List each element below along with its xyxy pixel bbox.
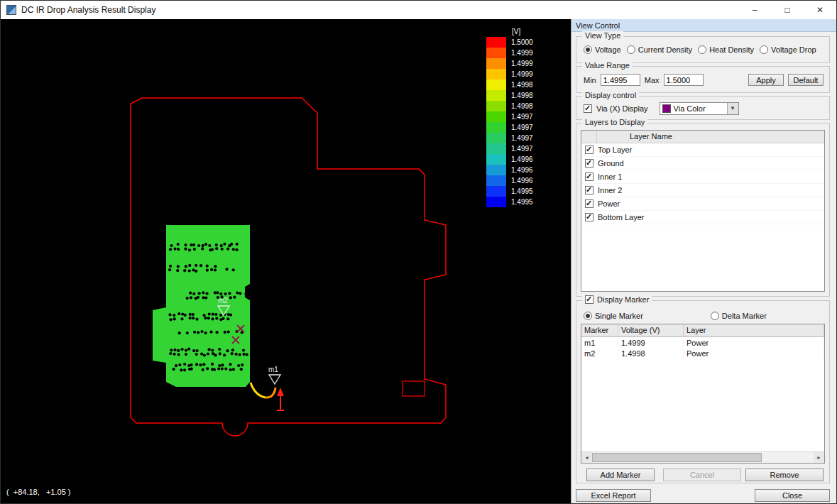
default-button[interactable]: Default xyxy=(788,74,824,86)
via-dot xyxy=(197,331,199,334)
via-dot xyxy=(246,292,249,295)
via-dot xyxy=(169,248,172,251)
layer-checkbox[interactable] xyxy=(585,213,593,221)
min-input[interactable] xyxy=(601,74,640,86)
via-dot xyxy=(221,363,224,366)
layer-row-ground[interactable]: Ground xyxy=(581,157,824,170)
display-control-group: Display control Via (X) Display Via Colo… xyxy=(576,96,830,120)
layer-checkbox[interactable] xyxy=(585,146,593,154)
via-dot xyxy=(199,363,202,366)
via-dot xyxy=(174,349,177,351)
minimize-button[interactable]: – xyxy=(738,1,771,19)
via-dot xyxy=(185,349,187,351)
legend-color-swatch xyxy=(486,90,506,101)
via-dot xyxy=(204,332,207,334)
add-marker-button[interactable]: Add Marker xyxy=(586,469,655,481)
via-dot xyxy=(215,243,218,246)
layer-checkbox[interactable] xyxy=(585,159,593,168)
legend-value-label: 1.4999 xyxy=(511,58,533,69)
legend-entry: 1.4997 xyxy=(486,111,533,122)
delta-marker-radio[interactable]: Delta Marker xyxy=(711,312,767,320)
scroll-right-arrow[interactable]: ► xyxy=(814,452,824,463)
cancel-button[interactable]: Cancel xyxy=(663,469,741,481)
marker-column-header-marker[interactable]: Marker xyxy=(581,324,618,336)
via-dot xyxy=(170,349,173,351)
pcb-canvas[interactable]: m2m1 [V] 1.50001.49991.49991.49991.49981… xyxy=(1,19,571,503)
via-dot xyxy=(197,244,200,247)
marker-column-header-layer[interactable]: Layer xyxy=(684,324,824,336)
apply-button[interactable]: Apply xyxy=(748,74,784,86)
remove-button[interactable]: Remove xyxy=(745,469,824,481)
legend-entry: 1.4998 xyxy=(486,80,533,90)
single-marker-radio[interactable]: Single Marker xyxy=(584,312,643,320)
radio-label: Current Density xyxy=(638,45,692,54)
marker-column-header-voltage-v[interactable]: Voltage (V) xyxy=(618,324,684,336)
via-display-checkbox[interactable] xyxy=(584,104,592,113)
view-type-current-density[interactable]: Current Density xyxy=(627,45,692,54)
marker-cell: Power xyxy=(684,339,824,347)
legend-value-label: 1.4998 xyxy=(511,80,533,90)
layer-row-inner-1[interactable]: Inner 1 xyxy=(581,170,824,184)
scroll-left-arrow[interactable]: ◄ xyxy=(581,452,592,463)
layer-row-top-layer[interactable]: Top Layer xyxy=(581,143,824,157)
via-color-combo[interactable]: Via Color ▾ xyxy=(660,102,739,115)
display-marker-checkbox[interactable] xyxy=(585,295,593,304)
via-dot xyxy=(217,367,220,370)
via-dot xyxy=(236,291,239,294)
title-bar[interactable]: DC IR Drop Analysis Result Display – □ ✕ xyxy=(1,1,836,19)
layers-header-name[interactable]: Layer Name xyxy=(597,131,824,143)
marker-cell: Power xyxy=(684,349,824,358)
legend-color-swatch xyxy=(486,175,506,186)
marker-row[interactable]: m11.4999Power xyxy=(581,337,824,348)
via-dot xyxy=(208,348,211,351)
via-dot xyxy=(195,318,198,321)
radio-label: Voltage Drop xyxy=(771,45,816,54)
layer-checkbox[interactable] xyxy=(585,186,593,195)
via-dot xyxy=(184,243,187,246)
layer-checkbox[interactable] xyxy=(585,172,593,181)
layer-checkbox[interactable] xyxy=(585,199,593,208)
legend-entry: 1.4997 xyxy=(486,133,533,143)
via-dot xyxy=(200,353,203,356)
legend-color-swatch xyxy=(486,111,506,122)
close-panel-button[interactable]: Close xyxy=(755,489,830,502)
via-dot xyxy=(218,364,221,367)
legend-value-label: 1.4995 xyxy=(511,197,533,207)
layer-row-power[interactable]: Power xyxy=(581,197,824,211)
via-dot xyxy=(180,368,182,371)
legend-entry: 1.5000 xyxy=(486,37,533,48)
view-type-heat-density[interactable]: Heat Density xyxy=(698,45,754,54)
via-dot xyxy=(195,353,198,356)
via-dot xyxy=(206,367,209,370)
display-marker-group-title: Display Marker xyxy=(582,295,652,304)
via-dot xyxy=(224,292,226,295)
view-type-group: View Type VoltageCurrent DensityHeat Den… xyxy=(576,36,830,63)
via-dot xyxy=(229,363,231,366)
layer-row-inner-2[interactable]: Inner 2 xyxy=(581,184,824,197)
view-type-voltage-drop[interactable]: Voltage Drop xyxy=(760,45,816,54)
via-dot xyxy=(214,354,217,356)
view-type-voltage[interactable]: Voltage xyxy=(584,45,621,54)
scroll-thumb[interactable] xyxy=(592,453,762,462)
via-dot xyxy=(221,248,224,251)
legend-color-swatch xyxy=(486,143,506,154)
dropdown-arrow-icon[interactable]: ▾ xyxy=(727,103,738,114)
horizontal-scrollbar[interactable]: ◄ ► xyxy=(581,451,824,463)
via-dot xyxy=(208,244,211,247)
excel-report-button[interactable]: Excel Report xyxy=(576,489,651,502)
marker-row[interactable]: m21.4998Power xyxy=(581,348,824,358)
legend-color-swatch xyxy=(486,37,506,48)
layer-row-bottom-layer[interactable]: Bottom Layer xyxy=(581,211,824,224)
max-input[interactable] xyxy=(664,74,704,86)
marker-cell: 1.4999 xyxy=(618,339,684,347)
via-dot xyxy=(210,331,213,334)
legend-value-label: 1.4996 xyxy=(511,165,533,175)
via-dot xyxy=(181,348,184,351)
via-color-label: Via Color xyxy=(674,104,727,113)
close-button[interactable]: ✕ xyxy=(804,1,836,19)
via-dot xyxy=(177,349,180,352)
via-dot xyxy=(202,296,205,299)
via-dot xyxy=(189,313,192,316)
maximize-button[interactable]: □ xyxy=(771,1,804,19)
canvas-marker-m1[interactable] xyxy=(269,375,280,384)
